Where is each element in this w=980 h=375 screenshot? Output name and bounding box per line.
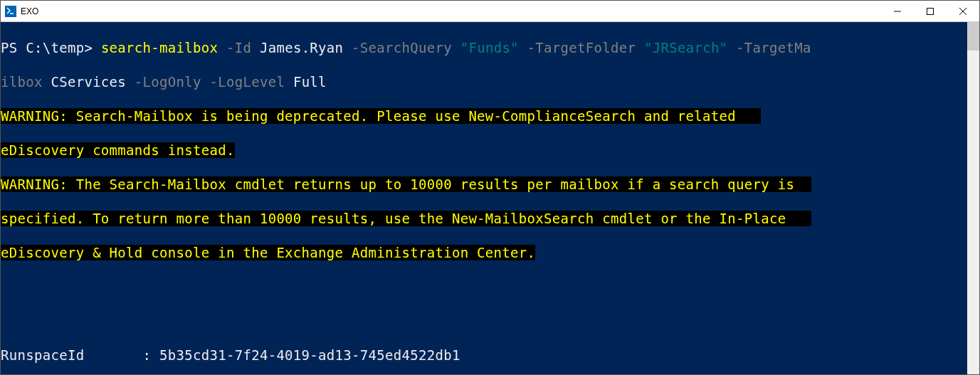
scrollbar-thumb[interactable] xyxy=(967,22,979,51)
arg-targetfolder: "JRSearch" xyxy=(644,40,727,56)
blank-line xyxy=(1,312,967,329)
param-targetmailbox-part1: -TargetMa xyxy=(727,40,811,56)
arg-searchquery: "Funds" xyxy=(460,40,519,56)
terminal-output[interactable]: PS C:\temp> search-mailbox -Id James.Rya… xyxy=(1,22,967,374)
warning-line: eDiscovery & Hold console in the Exchang… xyxy=(1,244,967,261)
warning-line: specified. To return more than 10000 res… xyxy=(1,210,967,227)
powershell-icon xyxy=(5,6,16,17)
param-loglevel: -LogLevel xyxy=(201,74,293,90)
warning-line: eDiscovery commands instead. xyxy=(1,142,967,159)
close-button[interactable] xyxy=(947,1,979,22)
command-line-2: ilbox CServices -LogOnly -LogLevel Full xyxy=(1,73,967,90)
param-targetfolder: -TargetFolder xyxy=(519,40,644,56)
window-title: EXO xyxy=(21,6,38,16)
param-id: -Id xyxy=(218,40,260,56)
warning-line: WARNING: Search-Mailbox is being depreca… xyxy=(1,107,967,125)
blank-line xyxy=(1,278,967,295)
window-titlebar: EXO xyxy=(1,1,979,22)
param-searchquery: -SearchQuery xyxy=(343,40,460,56)
prompt: PS C:\temp> xyxy=(1,40,101,56)
command-line-1: PS C:\temp> search-mailbox -Id James.Rya… xyxy=(1,39,967,56)
arg-targetmailbox: CServices xyxy=(51,74,126,90)
arg-id: James.Ryan xyxy=(260,40,343,56)
maximize-button[interactable] xyxy=(914,1,947,22)
svg-rect-2 xyxy=(927,8,934,14)
minimize-button[interactable] xyxy=(881,1,914,22)
param-targetmailbox-part2: ilbox xyxy=(1,74,51,90)
param-logonly: -LogOnly xyxy=(126,74,201,90)
arg-loglevel: Full xyxy=(293,74,327,90)
vertical-scrollbar[interactable] xyxy=(967,22,979,374)
result-runspaceid: RunspaceId : 5b35cd31-7f24-4019-ad13-745… xyxy=(1,347,967,364)
warning-line: WARNING: The Search-Mailbox cmdlet retur… xyxy=(1,176,967,193)
cmdlet-name: search-mailbox xyxy=(101,40,218,56)
